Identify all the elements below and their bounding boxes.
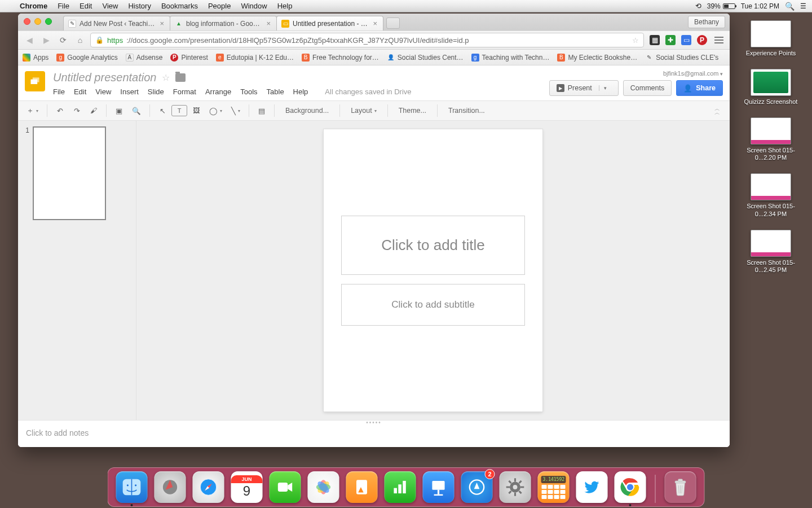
nav-home-button[interactable]: ⌂: [73, 33, 87, 47]
menu-help[interactable]: Help: [293, 87, 308, 96]
paint-format-button[interactable]: 🖌: [86, 103, 102, 118]
menu-format[interactable]: Format: [173, 87, 196, 96]
menu-tools[interactable]: Tools: [240, 87, 257, 96]
redo-button[interactable]: ↷: [69, 103, 85, 118]
mac-menu-help[interactable]: Help: [272, 0, 298, 12]
mac-menu-edit[interactable]: Edit: [74, 0, 97, 12]
desktop-file[interactable]: Experience Points: [746, 20, 796, 58]
new-tab-button[interactable]: [386, 17, 400, 29]
dock-photos-icon[interactable]: [308, 471, 339, 503]
subtitle-placeholder[interactable]: Click to add subtitle: [341, 284, 525, 326]
dock-launchpad-icon[interactable]: [155, 471, 186, 503]
mac-menu-view[interactable]: View: [97, 0, 123, 12]
menubar-clock[interactable]: Tue 1:02 PM: [741, 2, 779, 10]
image-button[interactable]: 🖼: [188, 103, 204, 118]
transition-button[interactable]: Transition...: [442, 103, 491, 118]
slide-thumbnail[interactable]: [33, 126, 106, 220]
dock-numbers-icon[interactable]: [385, 471, 416, 503]
account-email[interactable]: bjfink1s@gmail.com: [549, 70, 723, 77]
theme-button[interactable]: Theme...: [392, 103, 433, 118]
nav-forward-button[interactable]: ▶: [39, 33, 53, 47]
tab-close-icon[interactable]: ×: [158, 19, 165, 28]
doc-title[interactable]: Untitled presentation: [53, 71, 156, 84]
tab-close-icon[interactable]: ×: [265, 19, 272, 28]
bookmark-item[interactable]: BMy Eclectic Bookshe…: [557, 54, 637, 62]
dock-sysprefs-icon[interactable]: [500, 471, 531, 503]
window-zoom-button[interactable]: [45, 18, 52, 25]
browser-tab[interactable]: ▲ blog information - Google D… ×: [170, 16, 277, 30]
slide[interactable]: Click to add title Click to add subtitle: [324, 129, 542, 411]
textbox-button[interactable]: T: [171, 105, 187, 116]
chrome-menu-button[interactable]: [713, 37, 725, 43]
dropdown-caret-icon[interactable]: ▾: [599, 85, 611, 91]
extension-icon[interactable]: ▦: [650, 35, 660, 45]
dock-pages-icon[interactable]: [346, 471, 378, 503]
dock-twitter-icon[interactable]: [576, 471, 608, 503]
star-button-icon[interactable]: ☆: [162, 72, 170, 83]
bookmark-star-icon[interactable]: ☆: [632, 36, 639, 45]
battery-status[interactable]: 39%: [707, 2, 735, 10]
undo-button[interactable]: ↶: [52, 103, 68, 118]
new-slide-button[interactable]: ＋▾: [23, 103, 42, 118]
pinterest-extension-icon[interactable]: P: [697, 35, 707, 45]
dropdown-caret-icon[interactable]: ▾: [238, 108, 240, 113]
menu-view[interactable]: View: [95, 87, 111, 96]
title-placeholder[interactable]: Click to add title: [341, 216, 525, 275]
mac-menu-file[interactable]: File: [52, 0, 74, 12]
comments-button[interactable]: Comments: [623, 80, 672, 96]
select-tool-button[interactable]: ↖: [155, 103, 170, 118]
bookmark-item[interactable]: eEdutopia | K-12 Edu…: [216, 54, 294, 62]
extension-icon[interactable]: ▭: [681, 35, 691, 45]
dock-safari-icon[interactable]: [193, 471, 224, 503]
bookmark-item[interactable]: gGoogle Analytics: [56, 54, 117, 62]
bookmark-item[interactable]: ✎Social Studies CLE's: [645, 54, 718, 62]
chrome-profile-button[interactable]: Bethany: [688, 16, 725, 28]
mac-menu-bookmarks[interactable]: Bookmarks: [156, 0, 203, 12]
slide-canvas[interactable]: Click to add title Click to add subtitle: [136, 121, 730, 420]
line-button[interactable]: ╲▾: [227, 103, 244, 118]
window-minimize-button[interactable]: [34, 18, 41, 25]
bookmark-item[interactable]: 👤Social Studies Cent…: [387, 54, 464, 62]
nav-reload-button[interactable]: ⟳: [56, 33, 70, 47]
bookmark-item[interactable]: PPinterest: [170, 54, 208, 62]
dropdown-caret-icon[interactable]: ▾: [36, 108, 38, 113]
mac-menu-history[interactable]: History: [123, 0, 156, 12]
dock-chrome-icon[interactable]: [615, 471, 646, 503]
nav-back-button[interactable]: ◀: [23, 33, 36, 47]
dropdown-caret-icon[interactable]: ▾: [220, 108, 222, 113]
mac-menu-window[interactable]: Window: [236, 0, 272, 12]
foreground-app-menu[interactable]: Chrome: [15, 0, 52, 12]
menu-arrange[interactable]: Arrange: [205, 87, 231, 96]
notification-center-icon[interactable]: ☰: [800, 2, 806, 10]
tab-close-icon[interactable]: ×: [372, 19, 378, 28]
collapse-toolbar-button[interactable]: ︿︿: [709, 104, 725, 117]
dock-calculator-icon[interactable]: 3.141592: [538, 471, 570, 503]
browser-tab[interactable]: ✎ Add New Post ‹ Teaching w… ×: [63, 16, 170, 30]
extension-icon[interactable]: ✚: [665, 35, 676, 45]
zoom-button[interactable]: 🔍: [128, 103, 145, 118]
shape-button[interactable]: ◯▾: [205, 103, 226, 118]
bookmark-item[interactable]: AAdsense: [126, 54, 163, 62]
dock-finder-icon[interactable]: [116, 471, 148, 503]
mac-menu-people[interactable]: People: [203, 0, 236, 12]
bookmark-item[interactable]: BFree Technology for…: [302, 54, 379, 62]
layout-button[interactable]: Layout ▾: [345, 103, 383, 118]
menu-edit[interactable]: Edit: [74, 87, 86, 96]
desktop-file[interactable]: Quizizz Screenshot: [744, 69, 798, 106]
window-close-button[interactable]: [24, 18, 30, 25]
present-button[interactable]: ▶ Present ▾: [549, 80, 619, 96]
comment-insert-button[interactable]: ▤: [254, 103, 270, 118]
spotlight-icon[interactable]: 🔍: [785, 2, 795, 11]
desktop-file[interactable]: Screen Shot 015-0...2.45 PM: [740, 230, 802, 275]
menu-slide[interactable]: Slide: [148, 87, 164, 96]
dock-trash-icon[interactable]: [665, 471, 696, 503]
bookmark-item[interactable]: gTeaching with Techn…: [471, 54, 550, 62]
desktop-file[interactable]: Screen Shot 015-0...2.34 PM: [740, 173, 802, 218]
menu-file[interactable]: File: [53, 87, 65, 96]
share-button[interactable]: 👤 Share: [676, 80, 723, 96]
bookmark-apps[interactable]: Apps: [23, 54, 48, 62]
dropbox-icon[interactable]: ⟲: [695, 2, 701, 10]
background-button[interactable]: Background...: [279, 103, 335, 118]
dock-facetime-icon[interactable]: [270, 471, 301, 503]
dock-appstore-icon[interactable]: 2: [461, 471, 493, 503]
